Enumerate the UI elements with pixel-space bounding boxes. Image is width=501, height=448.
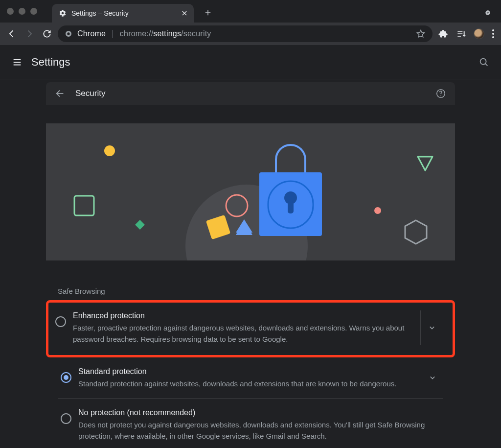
- browser-tab[interactable]: Settings – Security: [52, 4, 194, 23]
- hamburger-menu-icon[interactable]: [12, 57, 23, 68]
- back-button[interactable]: [7, 29, 17, 39]
- option-no-protection[interactable]: No protection (not recommended) Does not…: [58, 398, 443, 448]
- forward-button[interactable]: [24, 29, 34, 39]
- window-minimize-button[interactable]: [19, 8, 25, 15]
- safe-browsing-section-label: Safe Browsing: [46, 260, 455, 300]
- option-title: No protection (not recommended): [78, 408, 440, 417]
- tab-close-button[interactable]: [181, 10, 188, 17]
- chrome-icon: [65, 30, 72, 38]
- new-tab-button[interactable]: [202, 6, 214, 19]
- expand-standard-button[interactable]: [421, 366, 443, 389]
- window-close-button[interactable]: [7, 8, 14, 15]
- safe-browsing-options: Enhanced protection Faster, proactive pr…: [46, 300, 455, 448]
- settings-app-title: Settings: [31, 56, 70, 69]
- radio-none[interactable]: [61, 413, 71, 424]
- reading-list-icon[interactable]: [456, 29, 466, 39]
- security-hero-illustration: [46, 123, 455, 260]
- svg-point-5: [440, 95, 441, 96]
- help-icon[interactable]: [435, 88, 446, 99]
- search-icon[interactable]: [478, 57, 489, 68]
- radio-standard[interactable]: [61, 372, 71, 383]
- svg-rect-16: [288, 201, 294, 213]
- svg-point-11: [374, 207, 381, 214]
- omnibox-origin: Chrome: [77, 29, 106, 38]
- bookmark-star-icon[interactable]: [416, 29, 426, 39]
- window-zoom-button[interactable]: [30, 8, 37, 15]
- panel-title: Security: [75, 89, 105, 98]
- settings-content: Security: [0, 79, 501, 448]
- option-standard-protection[interactable]: Standard protection Standard protection …: [58, 357, 443, 398]
- url-scheme: chrome://: [120, 29, 154, 38]
- window-traffic-lights: [7, 8, 37, 15]
- tab-title: Settings – Security: [71, 9, 176, 17]
- svg-rect-9: [135, 220, 145, 230]
- chrome-menu-button[interactable]: [492, 29, 494, 38]
- toolbar-actions: [438, 28, 494, 39]
- option-title: Enhanced protection: [73, 311, 410, 320]
- expand-enhanced-button[interactable]: [420, 310, 443, 345]
- option-enhanced-protection[interactable]: Enhanced protection Faster, proactive pr…: [46, 300, 455, 357]
- svg-point-7: [104, 145, 115, 156]
- profile-avatar[interactable]: [474, 28, 484, 39]
- nav-buttons: [7, 29, 52, 39]
- url-host: settings: [153, 29, 181, 38]
- panel-header: Security: [46, 82, 455, 105]
- radio-enhanced[interactable]: [55, 316, 66, 327]
- option-title: Standard protection: [78, 367, 411, 376]
- option-description: Does not protect you against dangerous w…: [78, 419, 440, 442]
- address-bar[interactable]: Chrome │ chrome://settings/security: [58, 25, 433, 42]
- url-path: /security: [181, 29, 211, 38]
- option-description: Faster, proactive protection against dan…: [73, 322, 410, 345]
- reload-button[interactable]: [42, 29, 52, 39]
- svg-point-2: [67, 32, 69, 35]
- omnibox-separator: │: [111, 30, 115, 38]
- settings-appbar: Settings: [0, 45, 501, 79]
- omnibox-url: chrome://settings/security: [120, 29, 211, 38]
- svg-rect-8: [74, 196, 94, 215]
- panel-back-button[interactable]: [55, 88, 66, 99]
- svg-point-3: [480, 58, 486, 64]
- account-dropdown-icon[interactable]: [484, 9, 491, 16]
- extensions-icon[interactable]: [438, 29, 448, 39]
- browser-toolbar: Chrome │ chrome://settings/security: [0, 23, 501, 45]
- gear-icon: [59, 9, 67, 17]
- security-panel: Security: [46, 79, 455, 448]
- window-titlebar: Settings – Security: [0, 0, 501, 23]
- option-description: Standard protection against websites, do…: [78, 378, 411, 389]
- titlebar-right: [214, 9, 501, 16]
